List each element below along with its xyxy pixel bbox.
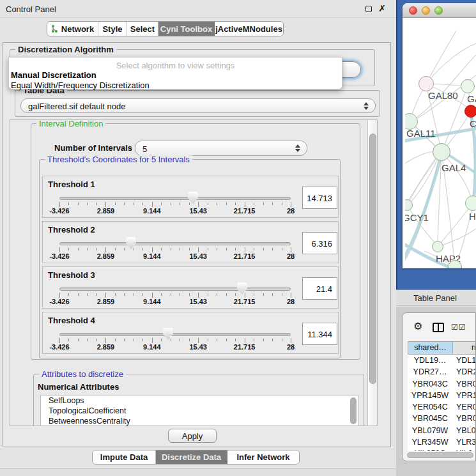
tick-label: 15.43: [189, 298, 207, 305]
network-node[interactable]: [461, 79, 475, 93]
table-data-combobox[interactable]: galFiltered.sif default node: [20, 98, 376, 113]
numerical-attributes-list[interactable]: SelfLoopsTopologicalCoefficientBetweenne…: [40, 395, 358, 426]
slider-tick: [245, 293, 245, 298]
tab-jactivemnodules[interactable]: jActiveMNodules: [215, 22, 283, 36]
select-columns-icons[interactable]: ☑☑: [451, 323, 466, 332]
float-panel-icon[interactable]: [365, 6, 372, 12]
slider-tick: [217, 293, 217, 296]
slider-tick: [115, 339, 116, 341]
slider-tick: [198, 202, 199, 207]
tick-label: -3.426: [49, 343, 69, 351]
network-node[interactable]: [418, 76, 434, 91]
apply-button[interactable]: Apply: [168, 429, 217, 443]
tab-cyni-toolbox[interactable]: Cyni Toolbox: [158, 22, 215, 36]
slider-tick: [208, 339, 208, 341]
table-row[interactable]: YLR345WYLR3: [408, 436, 476, 448]
tab-network[interactable]: Network: [47, 22, 98, 36]
dropdown-placeholder-option[interactable]: Select algorithm to view settings: [9, 61, 342, 70]
table-horizontal-scrollbar[interactable]: [407, 452, 473, 458]
slider-tick: [115, 248, 116, 250]
slider-tick: [208, 293, 208, 296]
slider-tick: [152, 293, 153, 298]
cell-shared-name: YBL079W: [408, 425, 452, 436]
zoom-window-icon[interactable]: [434, 6, 443, 15]
table-row[interactable]: YDL19…YDL1: [408, 355, 476, 366]
tick-label: 15.43: [189, 252, 207, 260]
network-node[interactable]: [465, 196, 476, 211]
slider-tick: [291, 338, 291, 343]
tick-label: 9.144: [143, 207, 161, 215]
table-row[interactable]: YPR145WYPR1: [408, 390, 476, 401]
tick-label: 2.859: [97, 252, 115, 260]
tab-style[interactable]: Style: [98, 22, 127, 36]
threshold-value-field[interactable]: 6.316: [302, 232, 337, 254]
panel-title: Control Panel: [6, 4, 56, 14]
table-row[interactable]: YBL079WYBL0: [408, 425, 476, 436]
slider-track[interactable]: [59, 333, 291, 336]
threshold-value-field[interactable]: 21.4: [302, 277, 337, 300]
slider-tick: [272, 339, 273, 341]
slider-tick: [245, 247, 245, 252]
table-row[interactable]: YBR043CYBR0: [408, 378, 476, 390]
slider-thumb[interactable]: [126, 237, 136, 249]
tab-impute-data[interactable]: Impute Data: [93, 450, 156, 464]
columns-icon[interactable]: [433, 323, 444, 332]
network-canvas[interactable]: GAL80GACGAL11GAL4HGCY1HAP2: [405, 18, 476, 268]
minimize-window-icon[interactable]: [422, 6, 430, 15]
gear-icon[interactable]: ⚙: [413, 320, 422, 332]
dropdown-option-equal-width[interactable]: Equal Width/Frequency Discretization: [11, 81, 150, 90]
attribute-list-item[interactable]: SelfLoops: [41, 395, 358, 406]
dropdown-option-manual[interactable]: Manual Discretization: [11, 70, 96, 80]
column-header-name[interactable]: n: [453, 342, 476, 354]
settings-vertical-scrollbar[interactable]: [367, 120, 378, 426]
slider-track[interactable]: [59, 197, 291, 200]
slider-tick: [59, 202, 60, 207]
slider-track[interactable]: [59, 242, 291, 245]
tab-label: Select: [130, 24, 155, 34]
table-panel-titlebar: Table Panel: [396, 289, 476, 306]
table-row[interactable]: YER054CYER0: [408, 401, 476, 413]
slider-tick: [282, 293, 282, 296]
network-window: GAL80GACGAL11GAL4HGCY1HAP2: [403, 3, 476, 268]
app-root: Control Panel ✗ Network Style Select Cyn…: [0, 0, 476, 476]
slider-track[interactable]: [59, 288, 291, 291]
slider-tick: [263, 293, 264, 296]
table-row[interactable]: YDR27…YDR2: [408, 366, 476, 378]
tab-discretize-data[interactable]: Discretize Data: [156, 450, 227, 464]
slider-thumb[interactable]: [163, 328, 173, 340]
tick-label: -3.426: [49, 298, 69, 305]
network-node[interactable]: [432, 241, 443, 252]
slider-tick: [68, 203, 69, 205]
threshold-value-field[interactable]: 11.344: [302, 323, 337, 345]
attribute-list-item[interactable]: BetweennessCentrality: [41, 416, 358, 426]
close-icon[interactable]: ✗: [378, 3, 386, 13]
table-row[interactable]: YIL052CYIL0: [408, 448, 476, 451]
list-scrollbar[interactable]: [350, 397, 357, 424]
slider-tick: [171, 293, 171, 296]
slider-thumb[interactable]: [237, 282, 247, 295]
slider-tick: [87, 339, 88, 341]
column-header-shared[interactable]: shared…: [408, 342, 453, 354]
slider-tick: [291, 202, 291, 207]
node-label: GAL80: [428, 90, 458, 101]
slider-tick: [263, 248, 264, 250]
network-node[interactable]: [433, 143, 450, 161]
network-node[interactable]: [464, 105, 476, 118]
threshold-value-field[interactable]: 14.713: [302, 187, 337, 209]
scrollbar-thumb[interactable]: [369, 134, 376, 384]
slider-tick: [152, 338, 153, 343]
cell-name: YDR2: [452, 366, 476, 378]
num-intervals-combobox[interactable]: 5: [135, 141, 307, 156]
table-row[interactable]: YBR045CYBR0: [408, 413, 476, 424]
tab-infer-network[interactable]: Infer Network: [227, 450, 299, 464]
attribute-list-item[interactable]: TopologicalCoefficient: [41, 406, 358, 416]
cell-name: YBL0: [452, 425, 476, 436]
node-label: GCY1: [405, 212, 429, 223]
close-window-icon[interactable]: [409, 6, 417, 15]
table-body[interactable]: YDL19…YDL1YDR27…YDR2YBR043CYBR0YPR145WYP…: [408, 355, 476, 451]
tab-select[interactable]: Select: [127, 22, 158, 36]
threshold-label: Threshold 1: [48, 180, 95, 189]
slider-tick: [254, 203, 254, 205]
cell-name: YBR0: [452, 413, 476, 424]
slider-tick: [142, 293, 143, 296]
